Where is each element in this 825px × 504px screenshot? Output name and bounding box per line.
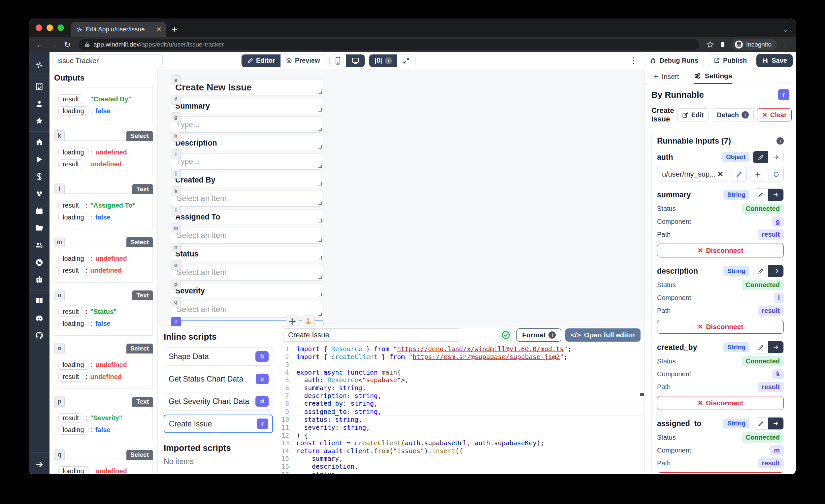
code-line[interactable]: 6 summary: string, — [279, 384, 645, 392]
output-entry[interactable]: result:undefined — [58, 159, 149, 169]
sidebar-item-user-group-gear[interactable] — [29, 237, 50, 254]
collapse-sidebar-button[interactable] — [29, 454, 50, 474]
output-component-id[interactable]: q — [54, 449, 65, 460]
code-line[interactable]: 17 status, — [279, 471, 645, 475]
select-component[interactable]: kSelect an item — [171, 190, 323, 207]
alignment-button[interactable]: |0| i — [369, 55, 397, 67]
sidebar-item-book[interactable] — [29, 292, 50, 309]
connect-mode-button[interactable] — [768, 418, 783, 429]
output-entry[interactable]: result:undefined — [58, 266, 149, 275]
sidebar-item-eye[interactable] — [29, 254, 50, 271]
windmill-logo[interactable] — [29, 52, 50, 78]
resize-handle[interactable] — [318, 128, 322, 131]
script-name-input[interactable] — [283, 329, 461, 342]
tab-search-chevron-icon[interactable]: ⌄ — [783, 25, 796, 37]
resize-handle[interactable] — [318, 276, 322, 279]
static-mode-button[interactable] — [753, 189, 768, 201]
app-name-input[interactable] — [52, 55, 163, 67]
new-tab-icon[interactable]: + — [172, 24, 177, 34]
sidebar-item-home[interactable] — [29, 134, 50, 151]
desktop-view-button[interactable] — [346, 55, 365, 67]
tab-insert[interactable]: + Insert — [653, 69, 679, 84]
move-handle[interactable] — [286, 315, 299, 326]
minimize-window-icon[interactable] — [47, 24, 53, 31]
component-id-badge[interactable]: p — [171, 280, 181, 289]
preview-mode-button[interactable]: Preview — [281, 55, 325, 67]
resize-handle[interactable] — [318, 202, 322, 205]
editor-mode-button[interactable]: Editor — [241, 55, 281, 67]
output-entry[interactable]: result:"Created By" — [58, 94, 149, 104]
component-id-badge[interactable]: r — [171, 317, 181, 326]
component-id-badge[interactable]: n — [171, 242, 181, 253]
output-component-id[interactable]: k — [54, 130, 65, 141]
code-line[interactable]: 5 auth: Resource<"supabase">, — [279, 376, 645, 384]
resize-handle[interactable] — [318, 256, 322, 260]
static-mode-button[interactable] — [753, 265, 768, 277]
open-full-editor-button[interactable]: </> Open full editor — [565, 329, 641, 342]
resize-handle[interactable] — [318, 182, 322, 186]
format-button[interactable]: Format i — [516, 329, 561, 342]
sidebar-item-robot[interactable] — [29, 271, 50, 288]
text-input-component[interactable]: iType... — [171, 153, 323, 170]
sidebar-item-github[interactable] — [29, 327, 50, 344]
app-canvas[interactable]: eCreate New IssuefSummarygType...hDescri… — [158, 69, 645, 326]
inline-script-item[interactable]: Get Status Chart Datac — [164, 370, 273, 388]
resource-picker-input[interactable]: u/user/my_sup...✕ — [657, 167, 728, 182]
code-line[interactable]: 12) { — [279, 432, 645, 440]
sidebar-item-boxes[interactable] — [29, 185, 50, 202]
label-component[interactable]: jCreated By — [171, 172, 323, 187]
component-id-badge[interactable]: e — [171, 75, 181, 85]
close-window-icon[interactable] — [35, 24, 42, 31]
output-entry[interactable]: loading:undefined — [58, 254, 149, 264]
output-component-id[interactable]: p — [54, 396, 65, 407]
url-bar[interactable]: app.windmill.dev/apps/edit/u/user/issue-… — [79, 39, 699, 50]
static-mode-button[interactable] — [753, 341, 768, 353]
resize-handle[interactable] — [318, 312, 322, 316]
component-id-badge[interactable]: g — [171, 112, 181, 122]
output-entry[interactable]: loading:false — [58, 319, 149, 329]
connect-mode-button[interactable] — [768, 265, 783, 277]
output-component-id[interactable]: n — [54, 290, 65, 300]
output-entry[interactable]: loading:undefined — [58, 148, 149, 157]
detach-button[interactable]: Detach i — [712, 108, 754, 122]
static-mode-button[interactable] — [753, 151, 768, 163]
output-component-id[interactable]: l — [54, 184, 65, 194]
component-id-badge[interactable]: l — [171, 206, 181, 216]
sidebar-item-star[interactable] — [29, 112, 50, 129]
label-component[interactable]: lAssigned To — [171, 210, 323, 224]
button-component-selected[interactable]: r Create Issue — [171, 320, 323, 326]
code-line[interactable]: 16 description, — [279, 463, 645, 471]
browser-tab[interactable]: Edit App u/user/issue-tracker | ✕ — [71, 22, 166, 37]
mobile-view-button[interactable] — [330, 55, 346, 67]
debug-runs-button[interactable]: Debug Runs — [644, 54, 704, 67]
resize-handle[interactable] — [318, 91, 322, 94]
browser-menu-icon[interactable]: ⋮ — [779, 40, 791, 50]
sidebar-item-user[interactable] — [29, 95, 50, 112]
component-id-badge[interactable]: k — [171, 186, 181, 196]
component-id-badge[interactable]: f — [171, 95, 181, 104]
output-entry[interactable]: loading:undefined — [58, 360, 149, 370]
sidebar-item-dollar[interactable] — [29, 168, 50, 185]
output-entry[interactable]: loading:false — [58, 425, 149, 435]
text-input-component[interactable]: gType... — [171, 116, 323, 133]
code-line[interactable]: 7 description: string, — [279, 392, 645, 400]
output-entry[interactable]: result:"Severity" — [58, 413, 149, 423]
select-component[interactable]: mSelect an item — [171, 227, 323, 243]
component-id-badge[interactable]: i — [171, 149, 181, 159]
component-id-badge[interactable]: q — [171, 297, 181, 307]
code-line[interactable]: 9 assigned_to: string, — [279, 408, 645, 416]
fullscreen-button[interactable] — [397, 55, 415, 67]
component-id-badge[interactable]: h — [171, 132, 181, 142]
output-entry[interactable]: result:undefined — [58, 372, 149, 381]
code-line[interactable]: 11 severity: string, — [279, 424, 645, 432]
static-mode-button[interactable] — [753, 418, 768, 429]
sidebar-item-discord[interactable] — [29, 309, 50, 327]
sidebar-item-building[interactable] — [29, 78, 50, 95]
code-line[interactable]: 2import { createClient } from "https://e… — [279, 353, 645, 361]
output-entry[interactable]: loading:undefined — [58, 466, 149, 474]
refresh-resource-button[interactable] — [768, 167, 784, 182]
label-component[interactable]: hDescription — [171, 136, 323, 150]
clear-resource-icon[interactable]: ✕ — [718, 170, 723, 178]
reload-icon[interactable]: ↻ — [61, 40, 73, 49]
code-line[interactable]: 8 created_by: string, — [279, 400, 645, 408]
